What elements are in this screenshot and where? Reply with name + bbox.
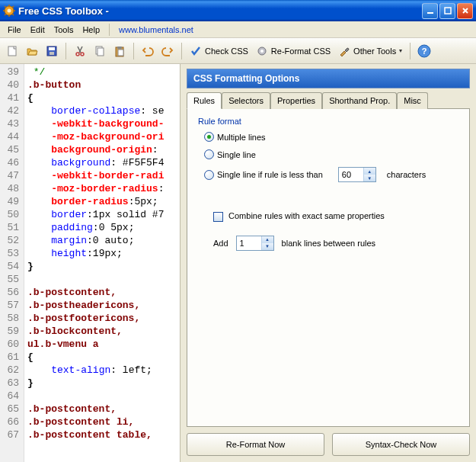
options-pane: CSS Formatting Options Rules Selectors P… — [180, 64, 476, 462]
radio-multiple-lines[interactable]: Multiple lines — [204, 132, 458, 142]
toolbar-separator — [65, 43, 66, 59]
editor-pane: 39 40 41 42 43 44 45 46 47 48 49 50 51 5… — [0, 64, 180, 462]
menu-tools[interactable]: Tools — [50, 24, 78, 36]
svg-point-24 — [260, 50, 264, 53]
tab-selectors[interactable]: Selectors — [222, 92, 270, 109]
other-tools-button[interactable]: Other Tools ▾ — [335, 42, 405, 60]
svg-rect-11 — [445, 8, 451, 14]
chars-suffix: characters — [387, 170, 426, 179]
svg-text:?: ? — [422, 47, 427, 56]
minimize-button[interactable] — [422, 3, 438, 19]
radio-label: Single line if rule is less than — [217, 170, 323, 179]
gear-icon — [256, 45, 268, 57]
svg-line-8 — [5, 14, 6, 15]
svg-line-9 — [12, 6, 14, 8]
add-label: Add — [213, 239, 228, 248]
add-suffix: blank lines between rules — [282, 239, 376, 248]
toolbar: Check CSS Re-Format CSS Other Tools ▾ ? — [0, 38, 476, 64]
copy-button[interactable] — [91, 42, 109, 60]
chars-spinner[interactable]: ▲▼ — [338, 167, 376, 182]
toolbar-separator — [133, 43, 134, 59]
save-button[interactable] — [43, 42, 61, 60]
svg-line-7 — [12, 14, 14, 15]
code-editor[interactable]: */ .b-button { border-collapse: se -webk… — [24, 64, 180, 462]
cut-button[interactable] — [71, 42, 89, 60]
other-tools-label: Other Tools — [353, 47, 396, 56]
svg-rect-19 — [97, 48, 104, 56]
svg-rect-10 — [427, 12, 433, 14]
chars-input[interactable] — [339, 168, 363, 181]
line-gutter: 39 40 41 42 43 44 45 46 47 48 49 50 51 5… — [0, 64, 24, 462]
svg-point-16 — [76, 53, 79, 56]
maximize-button[interactable] — [439, 3, 455, 19]
tools-icon — [338, 45, 350, 57]
titlebar[interactable]: Free CSS Toolbox - — [0, 0, 476, 21]
svg-rect-22 — [118, 50, 123, 56]
combine-checkbox-row[interactable]: Combine rules with exact same properties — [213, 211, 458, 222]
paste-button[interactable] — [110, 42, 129, 60]
panel-body: Rule format Multiple lines Single line S… — [187, 109, 470, 427]
radio-label: Multiple lines — [217, 133, 266, 142]
toolbar-separator — [181, 43, 182, 59]
reformat-css-button[interactable]: Re-Format CSS — [253, 42, 334, 60]
radio-single-if[interactable]: Single line if rule is less than ▲▼ char… — [204, 167, 458, 182]
blank-lines-input[interactable] — [237, 236, 261, 250]
main-area: 39 40 41 42 43 44 45 46 47 48 49 50 51 5… — [0, 64, 476, 462]
spin-down-icon[interactable]: ▼ — [364, 175, 375, 181]
radio-label: Single line — [217, 150, 256, 159]
radio-icon — [204, 132, 214, 142]
reformat-now-button[interactable]: Re-Format Now — [187, 433, 324, 456]
spin-up-icon[interactable]: ▲ — [364, 168, 375, 175]
syntax-check-now-button[interactable]: Syntax-Check Now — [332, 433, 470, 456]
check-icon — [190, 45, 202, 57]
svg-rect-15 — [50, 52, 54, 55]
radio-icon — [204, 149, 214, 159]
svg-line-6 — [5, 6, 6, 8]
chevron-down-icon: ▾ — [399, 47, 402, 54]
reformat-css-label: Re-Format CSS — [271, 47, 331, 56]
help-button[interactable]: ? — [415, 42, 433, 60]
combine-label: Combine rules with exact same properties — [228, 211, 385, 220]
tab-rules[interactable]: Rules — [187, 92, 222, 109]
window-title: Free CSS Toolbox - — [18, 5, 420, 17]
blank-lines-spinner[interactable]: ▲▼ — [236, 236, 274, 251]
check-css-button[interactable]: Check CSS — [187, 42, 251, 60]
app-icon — [3, 5, 15, 17]
menu-edit[interactable]: Edit — [26, 24, 50, 36]
svg-rect-21 — [117, 47, 122, 49]
new-file-button[interactable] — [3, 42, 21, 60]
tab-row: Rules Selectors Properties Shorthand Pro… — [187, 91, 470, 109]
panel-title: CSS Formatting Options — [187, 69, 470, 88]
menu-help[interactable]: Help — [78, 24, 104, 36]
svg-rect-14 — [49, 47, 55, 50]
svg-point-17 — [81, 53, 84, 56]
menu-separator — [109, 24, 110, 36]
menu-file[interactable]: File — [3, 24, 26, 36]
checkbox-icon — [213, 212, 223, 222]
toolbar-separator — [410, 43, 411, 59]
open-file-button[interactable] — [23, 42, 41, 60]
rule-format-label: Rule format — [198, 117, 458, 126]
redo-button[interactable] — [158, 42, 177, 60]
check-css-label: Check CSS — [205, 47, 248, 56]
action-buttons: Re-Format Now Syntax-Check Now — [187, 433, 470, 456]
tab-misc[interactable]: Misc — [397, 92, 428, 109]
tab-properties[interactable]: Properties — [270, 92, 322, 109]
menu-link[interactable]: www.blumentals.net — [114, 24, 198, 36]
undo-button[interactable] — [139, 42, 157, 60]
menubar: File Edit Tools Help www.blumentals.net — [0, 21, 476, 38]
radio-single-line[interactable]: Single line — [204, 149, 458, 159]
svg-point-1 — [8, 9, 11, 13]
radio-icon — [204, 170, 214, 180]
spin-down-icon[interactable]: ▼ — [262, 243, 273, 250]
spin-up-icon[interactable]: ▲ — [262, 236, 273, 243]
tab-shorthand[interactable]: Shorthand Prop. — [322, 92, 397, 109]
close-button[interactable] — [457, 3, 473, 19]
